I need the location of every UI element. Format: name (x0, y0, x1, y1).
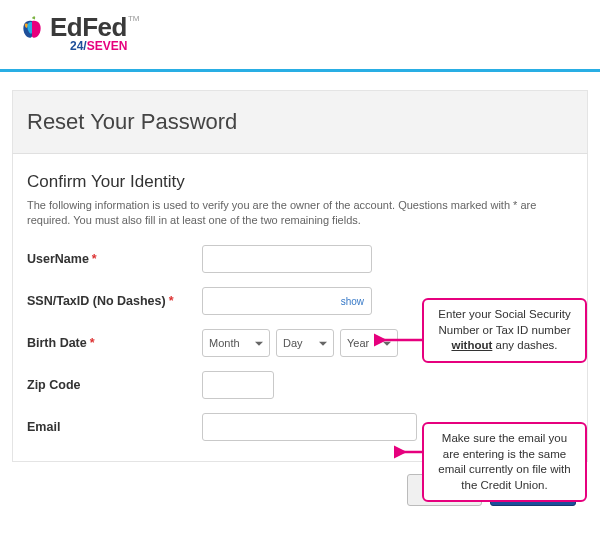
row-username: UserName* (27, 245, 573, 273)
label-ssn: SSN/TaxID (No Dashes)* (27, 294, 202, 308)
instructions: The following information is used to ver… (27, 198, 573, 229)
email-input[interactable] (202, 413, 417, 441)
zip-input[interactable] (202, 371, 274, 399)
logo-area: EdFedTM 24/SEVEN (0, 0, 600, 61)
logo-tm: TM (128, 14, 140, 23)
edfed-apple-icon (18, 14, 46, 42)
page-title: Reset Your Password (27, 109, 573, 135)
callout-email: Make sure the email you are entering is … (422, 422, 587, 502)
tagline: 24/SEVEN (70, 39, 600, 53)
show-link[interactable]: show (341, 295, 364, 306)
label-birthdate: Birth Date* (27, 336, 202, 350)
row-zip: Zip Code (27, 371, 573, 399)
label-username: UserName* (27, 252, 202, 266)
logo-text: EdFed (50, 12, 127, 42)
subtitle: Confirm Your Identity (27, 172, 573, 192)
label-zip: Zip Code (27, 378, 202, 392)
birth-month-select[interactable]: Month (202, 329, 270, 357)
callout-ssn: Enter your Social Security Number or Tax… (422, 298, 587, 363)
birth-day-select[interactable]: Day (276, 329, 334, 357)
top-divider (0, 69, 600, 72)
title-section: Reset Your Password (12, 90, 588, 153)
label-email: Email (27, 420, 202, 434)
birth-year-select[interactable]: Year (340, 329, 398, 357)
username-input[interactable] (202, 245, 372, 273)
